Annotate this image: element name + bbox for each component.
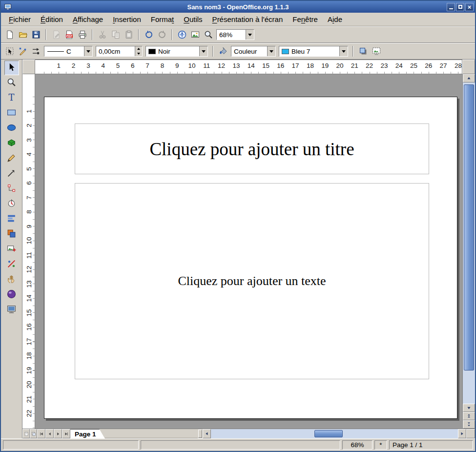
- edit-points-button[interactable]: [16, 45, 29, 58]
- scroll-right-button[interactable]: [458, 429, 466, 438]
- save-document-button[interactable]: [29, 28, 42, 41]
- title-placeholder[interactable]: Cliquez pour ajouter un titre: [75, 123, 429, 174]
- horizontal-scrollbar[interactable]: [203, 429, 466, 438]
- copy-icon: [111, 30, 121, 40]
- page-view-button[interactable]: [22, 429, 30, 438]
- text-tool-button[interactable]: T: [4, 91, 19, 105]
- zoom-dropdown-button[interactable]: [246, 30, 254, 40]
- fill-type-value: Couleur: [231, 46, 267, 56]
- pane-splitter[interactable]: [198, 430, 202, 438]
- maximize-button[interactable]: [456, 3, 464, 11]
- zoom-button[interactable]: [202, 28, 215, 41]
- edit-file-button[interactable]: [49, 28, 62, 41]
- menu-aide[interactable]: Aide: [323, 14, 347, 25]
- status-zoom-field[interactable]: 68%: [342, 440, 373, 450]
- workspace-canvas[interactable]: Cliquez pour ajouter un titre Cliquez po…: [35, 74, 462, 429]
- menu-outils[interactable]: Outils: [179, 14, 207, 25]
- new-document-button[interactable]: [3, 28, 16, 41]
- undo-button[interactable]: [142, 28, 155, 41]
- menu-edition[interactable]: Édition: [36, 14, 68, 25]
- redo-button[interactable]: [155, 28, 168, 41]
- line-style-combobox[interactable]: C: [44, 46, 93, 57]
- line-style-dropdown-button[interactable]: [84, 46, 92, 56]
- previous-page-button[interactable]: [463, 412, 475, 420]
- hruler-mark: 5: [116, 62, 120, 69]
- insert-button[interactable]: [4, 242, 19, 257]
- hruler-mark: 17: [292, 62, 299, 69]
- menu-format[interactable]: Format: [146, 14, 179, 25]
- fill-color-dropdown-button[interactable]: [339, 46, 348, 56]
- menu-affichage[interactable]: Affichage: [68, 14, 108, 25]
- navigator-button[interactable]: [175, 28, 188, 41]
- zoom-tool-button[interactable]: [4, 76, 19, 90]
- curve-tool-button[interactable]: [4, 151, 19, 166]
- hruler-mark: 22: [366, 62, 373, 69]
- menu-fichier[interactable]: Fichier: [4, 14, 36, 25]
- vruler-mark: 20: [25, 381, 32, 388]
- fill-type-combobox[interactable]: Couleur: [231, 46, 276, 57]
- master-view-button[interactable]: [30, 429, 37, 438]
- vertical-scrollbar[interactable]: [462, 74, 475, 429]
- next-tab-button[interactable]: [54, 429, 62, 438]
- vertical-scroll-track[interactable]: [463, 82, 475, 404]
- print-file-button[interactable]: [76, 28, 89, 41]
- menu-insertion[interactable]: Insertion: [108, 14, 146, 25]
- last-page-button[interactable]: [62, 429, 70, 438]
- menu-fenetre[interactable]: Fenêtre: [288, 14, 323, 25]
- export-pdf-button[interactable]: PDF: [62, 28, 76, 41]
- vertical-ruler[interactable]: 12345678910111213141516171819202122: [22, 74, 35, 429]
- presentation-box-button[interactable]: [4, 303, 19, 317]
- open-document-button[interactable]: [16, 28, 29, 41]
- rectangle-tool-button[interactable]: [4, 106, 19, 121]
- page-tab[interactable]: Page 1: [70, 429, 105, 438]
- scroll-up-button[interactable]: [463, 74, 475, 82]
- presentation-styles-button[interactable]: [370, 45, 383, 58]
- shadow-button[interactable]: [356, 45, 370, 58]
- controller-3d-button[interactable]: [4, 288, 19, 302]
- minimize-button[interactable]: [447, 3, 455, 11]
- text-placeholder[interactable]: Cliquez pour ajouter un texte: [75, 183, 429, 379]
- scroll-left-button[interactable]: [203, 429, 211, 438]
- previous-tab-button[interactable]: [45, 429, 54, 438]
- zoom-combobox[interactable]: 68%: [216, 29, 254, 40]
- effects-button[interactable]: [4, 257, 19, 272]
- down-arrow-icon: [466, 405, 472, 411]
- line-color-combobox[interactable]: Noir: [145, 46, 208, 57]
- select-button[interactable]: [4, 61, 19, 75]
- paste-button[interactable]: [122, 28, 135, 41]
- arrow-style-button[interactable]: [29, 45, 42, 58]
- arrange-button[interactable]: [4, 227, 19, 242]
- vertical-scroll-thumb[interactable]: [464, 84, 474, 370]
- titlebar[interactable]: Sans nom3 - OpenOffice.org 1.1.3 ×: [1, 1, 475, 13]
- cut-button[interactable]: [96, 28, 109, 41]
- menu-presentation-a-l-ecran[interactable]: Présentation à l'écran: [207, 14, 288, 25]
- spin-up-button[interactable]: [135, 46, 142, 51]
- area-style-button[interactable]: [216, 45, 229, 58]
- select-object-button[interactable]: [3, 45, 16, 58]
- fill-type-dropdown-button[interactable]: [267, 46, 275, 56]
- spin-down-button[interactable]: [135, 51, 142, 56]
- next-page-button[interactable]: [463, 420, 475, 429]
- line-color-dropdown-button[interactable]: [199, 46, 207, 56]
- connector-tool-button[interactable]: [4, 182, 19, 196]
- horizontal-scroll-thumb[interactable]: [314, 430, 343, 437]
- close-button[interactable]: ×: [465, 3, 474, 11]
- slide-page[interactable]: Cliquez pour ajouter un titre Cliquez po…: [44, 97, 457, 419]
- ellipse-tool-button[interactable]: [4, 121, 19, 136]
- hruler-mark: 20: [336, 62, 343, 69]
- horizontal-scroll-track[interactable]: [211, 429, 458, 438]
- copy-button[interactable]: [109, 28, 122, 41]
- alignment-button[interactable]: [4, 212, 19, 226]
- fill-color-combobox[interactable]: Bleu 7: [279, 46, 348, 57]
- interaction-button[interactable]: [4, 272, 19, 287]
- horizontal-ruler[interactable]: 1234567891011121314151617181920212223242…: [35, 60, 462, 74]
- lines-arrows-button[interactable]: [4, 166, 19, 181]
- scroll-down-button[interactable]: [463, 404, 475, 412]
- page-navigation: [37, 429, 70, 438]
- line-width-field[interactable]: 0,00cm: [96, 46, 143, 57]
- gallery-button[interactable]: [188, 28, 202, 41]
- cut-icon: [98, 30, 107, 40]
- objects-3d-button[interactable]: [4, 136, 19, 151]
- rotate-tool-button[interactable]: [4, 197, 19, 211]
- first-page-button[interactable]: [37, 429, 45, 438]
